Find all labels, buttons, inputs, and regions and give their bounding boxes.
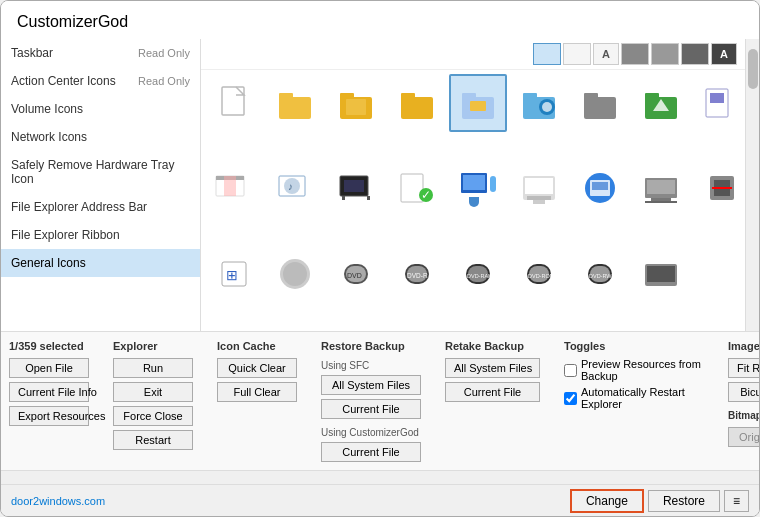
open-file-button[interactable]: Open File <box>9 358 89 378</box>
explorer-restart-button[interactable]: Restart <box>113 430 193 450</box>
original-button[interactable]: Original <box>728 427 760 447</box>
restore-current-file-button[interactable]: Current File <box>321 399 421 419</box>
explorer-force-close-button[interactable]: Force Close <box>113 406 193 426</box>
sidebar-item-volume[interactable]: Volume Icons <box>1 95 200 123</box>
icon-cell[interactable]: ✓ <box>388 159 446 217</box>
view-btn-a[interactable]: A <box>593 43 619 65</box>
svg-point-68 <box>283 262 307 286</box>
icon-cell[interactable] <box>388 74 446 132</box>
icon-cell[interactable] <box>571 159 629 217</box>
view-btn-1[interactable] <box>533 43 561 65</box>
icon-cell[interactable] <box>266 74 324 132</box>
sidebar-item-network[interactable]: Network Icons <box>1 123 200 151</box>
icon-cell[interactable]: ⊞ <box>205 245 263 303</box>
bicubic-button[interactable]: Bicubic <box>728 382 760 402</box>
icon-cell[interactable]: DVD-ROM <box>510 245 568 303</box>
sidebar-label-network: Network Icons <box>11 130 87 144</box>
svg-rect-28 <box>224 176 236 196</box>
svg-text:DVD: DVD <box>347 272 362 279</box>
toggle-restart-checkbox[interactable] <box>564 392 577 405</box>
svg-rect-21 <box>710 93 724 103</box>
explorer-label: Explorer <box>113 340 193 352</box>
retake-current-file-button[interactable]: Current File <box>445 382 540 402</box>
svg-rect-54 <box>645 201 677 203</box>
restore-button[interactable]: Restore <box>648 490 720 512</box>
icon-cell[interactable] <box>632 159 690 217</box>
using-sfc-label: Using SFC <box>321 360 421 371</box>
icon-grid: ♪ ✓ <box>201 70 745 331</box>
view-btn-a2[interactable]: A <box>711 43 737 65</box>
scrollbar-thumb[interactable] <box>748 49 758 89</box>
bottom-scrollbar[interactable] <box>1 470 759 484</box>
view-btn-2[interactable] <box>563 43 591 65</box>
sidebar-item-action-center[interactable]: Action Center Icons Read Only <box>1 67 200 95</box>
svg-rect-7 <box>401 93 415 101</box>
sidebar-item-safely-remove[interactable]: Safely Remove Hardware Tray Icon <box>1 151 200 193</box>
sidebar-item-general-icons[interactable]: General Icons <box>1 249 200 277</box>
bottom-panel: 1/359 selected Open File Current File In… <box>1 331 759 470</box>
icon-cell[interactable] <box>510 74 568 132</box>
icon-cell[interactable] <box>571 74 629 132</box>
svg-rect-9 <box>462 93 476 101</box>
icon-cell[interactable] <box>693 159 745 217</box>
icon-cell[interactable]: ♪ <box>266 159 324 217</box>
svg-text:DVD-R: DVD-R <box>407 272 428 279</box>
icon-cell[interactable] <box>327 159 385 217</box>
svg-point-14 <box>542 102 552 112</box>
icon-cell[interactable]: DVD-R <box>388 245 446 303</box>
restore-cg-current-file-button[interactable]: Current File <box>321 442 421 462</box>
svg-rect-10 <box>470 101 486 111</box>
toggle-preview-label: Preview Resources from Backup <box>581 358 704 382</box>
fit-resize-button[interactable]: Fit Resiz <box>728 358 760 378</box>
view-btn-5[interactable] <box>681 43 709 65</box>
explorer-exit-button[interactable]: Exit <box>113 382 193 402</box>
icon-cell[interactable] <box>693 74 745 132</box>
view-btn-3[interactable] <box>621 43 649 65</box>
restore-all-system-files-button[interactable]: All System Files <box>321 375 421 395</box>
toggle-preview-checkbox[interactable] <box>564 364 577 377</box>
export-resources-button[interactable]: Export Resources <box>9 406 89 426</box>
restore-backup-label: Restore Backup <box>321 340 421 352</box>
title-bar: CustomizerGod <box>1 1 759 39</box>
svg-rect-50 <box>592 182 608 190</box>
explorer-run-button[interactable]: Run <box>113 358 193 378</box>
icon-grid-container: ♪ ✓ <box>201 70 745 331</box>
section-icon-cache: Icon Cache Quick Clear Full Clear <box>217 340 297 462</box>
svg-rect-12 <box>523 93 537 101</box>
svg-text:⊞: ⊞ <box>226 267 238 283</box>
icon-cell[interactable] <box>266 245 324 303</box>
icon-cell[interactable]: DVD <box>327 245 385 303</box>
website-link[interactable]: door2windows.com <box>11 495 105 507</box>
icon-cell[interactable] <box>327 74 385 132</box>
right-scrollbar[interactable] <box>745 39 759 331</box>
change-button[interactable]: Change <box>570 489 644 513</box>
icon-cell[interactable] <box>510 159 568 217</box>
sidebar-item-file-explorer-address[interactable]: File Explorer Address Bar <box>1 193 200 221</box>
toggles-label: Toggles <box>564 340 704 352</box>
svg-rect-45 <box>525 178 553 194</box>
svg-rect-40 <box>463 175 485 190</box>
svg-rect-2 <box>279 93 293 101</box>
icon-cell-selected[interactable] <box>449 74 507 132</box>
sidebar-item-file-explorer-ribbon[interactable]: File Explorer Ribbon <box>1 221 200 249</box>
current-file-info-button[interactable]: Current File Info <box>9 382 89 402</box>
icon-cell[interactable] <box>632 74 690 132</box>
quick-clear-button[interactable]: Quick Clear <box>217 358 297 378</box>
icon-cell[interactable] <box>632 245 690 303</box>
svg-rect-35 <box>367 196 370 200</box>
retake-all-system-files-button[interactable]: All System Files <box>445 358 540 378</box>
svg-rect-46 <box>527 196 551 200</box>
icon-cell[interactable]: DVD-RAM <box>449 245 507 303</box>
sidebar-item-taskbar[interactable]: Taskbar Read Only <box>1 39 200 67</box>
icon-cell[interactable] <box>205 159 263 217</box>
content-area: A A <box>201 39 745 331</box>
sidebar-label-action-center: Action Center Icons <box>11 74 116 88</box>
menu-button[interactable]: ≡ <box>724 490 749 512</box>
icon-cell[interactable] <box>205 74 263 132</box>
view-btn-4[interactable] <box>651 43 679 65</box>
icon-cell[interactable] <box>449 159 507 217</box>
icon-cell[interactable]: DVD-RW <box>571 245 629 303</box>
sidebar-label-general-icons: General Icons <box>11 256 86 270</box>
full-clear-button[interactable]: Full Clear <box>217 382 297 402</box>
sidebar-readonly-taskbar: Read Only <box>138 47 190 59</box>
